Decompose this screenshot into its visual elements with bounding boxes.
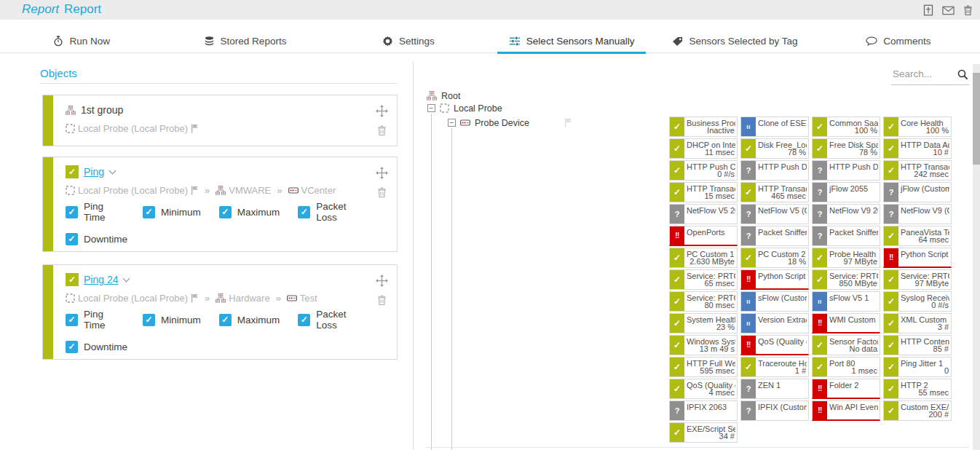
sensor-tile[interactable]: !!QoS (Quality of... bbox=[740, 335, 809, 355]
sensor-tile[interactable]: ✓Free Disk Spac...78 % bbox=[812, 138, 880, 159]
trash-icon[interactable] bbox=[377, 187, 387, 198]
sensor-tile[interactable]: !!Python Script ... bbox=[883, 248, 952, 268]
tree-item-local-probe[interactable]: − Local Probe bbox=[427, 103, 502, 114]
tab-stored-reports[interactable]: Stored Reports bbox=[163, 30, 326, 52]
checkbox-checked[interactable]: ✓ bbox=[143, 314, 155, 326]
sensor-tile[interactable]: ✓Syslog Receive...0 #/s bbox=[883, 291, 952, 312]
sensor-tile[interactable]: ✓PC Custom 218 % bbox=[740, 248, 809, 268]
chevron-down-icon[interactable] bbox=[123, 275, 130, 282]
sensor-tile[interactable]: ✓HTTP 255 msec bbox=[883, 379, 952, 399]
sensor-link[interactable]: Ping bbox=[84, 166, 104, 178]
sensor-tile[interactable]: ✓Common SaaS...100 % bbox=[812, 117, 880, 137]
sensor-tile[interactable]: ✓QoS (Quality of...4 msec bbox=[669, 379, 738, 399]
sensor-tile[interactable]: ✓EXE/Script Sen...34 # bbox=[669, 422, 738, 443]
tab-settings[interactable]: Settings bbox=[327, 30, 490, 52]
sensor-tile[interactable]: ?HTTP Push Da... bbox=[740, 160, 809, 181]
search-input[interactable] bbox=[891, 66, 954, 81]
collapse-toggle[interactable]: − bbox=[448, 119, 456, 127]
sensor-tile[interactable]: ?NetFlow V5 20... bbox=[669, 204, 738, 224]
move-handle-icon[interactable] bbox=[376, 275, 388, 287]
sensor-tile[interactable]: ✓HTTP Push Co...0 #/s bbox=[669, 160, 738, 181]
sensor-tile[interactable]: !!OpenPorts bbox=[669, 226, 738, 246]
sensor-tile[interactable]: ?NetFlow V9 20... bbox=[812, 204, 880, 224]
checkbox-checked[interactable]: ✓ bbox=[219, 314, 232, 326]
sensor-tile[interactable]: ✓System Health23 % bbox=[669, 313, 738, 333]
sensor-tile[interactable]: ?jFlow (Custom... bbox=[883, 182, 952, 202]
tab-sensors-selected-by-tag[interactable]: Sensors Selected by Tag bbox=[653, 30, 816, 52]
email-icon[interactable] bbox=[942, 6, 955, 15]
trash-icon[interactable] bbox=[377, 295, 387, 306]
up-status-icon: ✓ bbox=[670, 292, 684, 311]
sensor-tile[interactable]: !!Folder 2 bbox=[812, 379, 880, 399]
delete-icon[interactable] bbox=[963, 5, 973, 16]
sensor-tile[interactable]: IIsFlow V5 1 bbox=[812, 291, 880, 312]
checkbox-checked[interactable]: ✓ bbox=[143, 206, 155, 218]
tree-item-root[interactable]: Root bbox=[427, 90, 460, 101]
sensor-tile[interactable]: ✓HTTP Transact...242 msec bbox=[883, 160, 952, 181]
scrollbar-thumb[interactable] bbox=[973, 73, 980, 165]
sensor-tile[interactable]: ?IPFIX (Custom... bbox=[740, 400, 809, 421]
sensor-tile[interactable]: ✓XML Custom E...3 # bbox=[883, 313, 952, 333]
sensor-tile[interactable]: IIClone of ESET ... bbox=[740, 117, 809, 137]
sensor-tile[interactable]: ✓DHCP on Intel(...11 msec bbox=[669, 138, 738, 159]
sensor-tile[interactable]: ✓Service: PRTG ...65 msec bbox=[669, 269, 738, 290]
tab-run-now[interactable]: Run Now bbox=[0, 30, 163, 52]
sensor-tile[interactable]: ✓Service: PRTG ...850 MByte bbox=[812, 269, 880, 290]
sensor-tile[interactable]: ✓Sensor Factory...No data bbox=[812, 335, 880, 355]
sensor-tile[interactable]: !!Python Script ... bbox=[740, 269, 809, 290]
unknown-status-icon: ? bbox=[741, 226, 756, 245]
sensor-tile[interactable]: ?ZEN 1 bbox=[740, 379, 809, 399]
new-report-icon[interactable] bbox=[923, 4, 933, 16]
status-bar bbox=[43, 95, 53, 146]
unknown-status-icon: ? bbox=[741, 401, 756, 420]
tab-select-sensors-manually[interactable]: Select Sensors Manually bbox=[490, 30, 653, 52]
trash-icon[interactable] bbox=[377, 125, 387, 136]
checkbox-checked[interactable]: ✓ bbox=[66, 233, 78, 245]
sensor-tile[interactable]: !!WMI Custom S... bbox=[812, 313, 880, 333]
checkbox-checked[interactable]: ✓ bbox=[66, 206, 78, 218]
sensor-value: 78 % bbox=[788, 148, 806, 157]
chevron-down-icon[interactable] bbox=[109, 167, 116, 174]
checkbox-checked[interactable]: ✓ bbox=[298, 206, 310, 218]
channel-option: ✓Minimum bbox=[143, 206, 201, 218]
sensor-tile[interactable]: ✓Service: PRTG ...97 MByte bbox=[883, 269, 952, 290]
move-handle-icon[interactable] bbox=[376, 167, 388, 179]
sensor-tile[interactable]: ✓Windows Syst...13 m 49 s bbox=[669, 335, 738, 355]
collapse-toggle[interactable]: − bbox=[427, 104, 435, 112]
checkbox-checked[interactable]: ✓ bbox=[66, 314, 78, 326]
tree-item-probe-device[interactable]: − Probe Device bbox=[448, 117, 572, 128]
move-handle-icon[interactable] bbox=[376, 105, 388, 117]
checkbox-checked[interactable]: ✓ bbox=[219, 206, 232, 218]
checkbox-checked[interactable]: ✓ bbox=[298, 314, 310, 326]
sensor-tile[interactable]: ?NetFlow V9 (C... bbox=[883, 204, 952, 224]
sensor-tile[interactable]: ✓HTTP Transact...465 msec bbox=[740, 182, 809, 202]
sensor-tile[interactable]: ?Packet Sniffer 1 bbox=[740, 226, 809, 246]
tab-comments[interactable]: Comments bbox=[817, 30, 980, 52]
search-icon[interactable] bbox=[957, 69, 968, 83]
sensor-link[interactable]: Ping 24 bbox=[84, 274, 118, 285]
sensor-tile[interactable]: ?NetFlow V5 (C... bbox=[740, 204, 809, 224]
sensor-tile[interactable]: ✓Disk Free_Local78 % bbox=[740, 138, 809, 159]
sensor-tile[interactable]: ✓Port 801 msec bbox=[812, 357, 880, 377]
sensor-tile[interactable]: ?Packet Sniffer 2 bbox=[812, 226, 880, 246]
sensor-tile[interactable]: IIVersion Extract... bbox=[740, 313, 809, 333]
sensor-tile[interactable]: ✓Core Health100 % bbox=[883, 117, 952, 137]
sensor-tile[interactable]: ?HTTP Push Da... bbox=[812, 160, 880, 181]
checkbox-checked[interactable]: ✓ bbox=[66, 341, 78, 353]
sensor-tile[interactable]: ✓PaneaVista Te...64 msec bbox=[883, 226, 952, 246]
sensor-tile[interactable]: ✓HTTP Data Ad...10 # bbox=[883, 138, 952, 159]
sensor-tile[interactable]: ✓Service: PRTG ...80 msec bbox=[669, 291, 738, 312]
sensor-tile[interactable]: ✓HTTP Full Web...595 msec bbox=[669, 357, 738, 377]
sensor-tile[interactable]: IIsFlow (Custom... bbox=[740, 291, 809, 312]
sensor-tile[interactable]: ✓Traceroute Ho...1 # bbox=[740, 357, 809, 377]
sensor-tile[interactable]: ✓HTTP Transact...15 msec bbox=[669, 182, 738, 202]
sensor-tile[interactable]: ?IPFIX 2063 bbox=[669, 400, 738, 421]
sensor-tile[interactable]: !!Win API Eventl... bbox=[812, 400, 880, 421]
sensor-tile[interactable]: ✓PC Custom 12.630 MByte bbox=[669, 248, 738, 268]
sensor-tile[interactable]: ✓HTTP Content 185 # bbox=[883, 335, 952, 355]
sensor-tile[interactable]: ?jFlow 2055 bbox=[812, 182, 880, 202]
sensor-tile[interactable]: ✓Custom EXE/S...200 # bbox=[883, 400, 952, 421]
sensor-tile[interactable]: ✓Business Proc...Inactive bbox=[669, 117, 738, 137]
sensor-tile[interactable]: ✓Ping Jitter 10 bbox=[883, 357, 952, 377]
sensor-tile[interactable]: ✓Probe Health97 MByte bbox=[812, 248, 880, 268]
